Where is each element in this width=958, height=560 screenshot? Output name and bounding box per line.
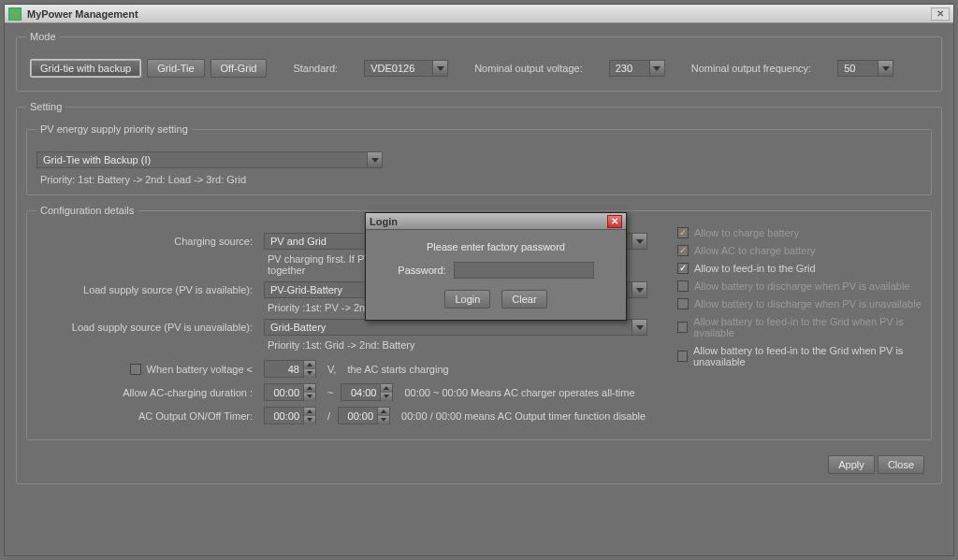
mode-gridtie-backup-button[interactable]: Grid-tie with backup	[30, 59, 141, 78]
titlebar: MyPower Management ✕	[5, 5, 953, 23]
standard-select[interactable]: VDE0126	[364, 60, 448, 77]
pv-priority-text: Priority: 1st: Battery -> 2nd: Load -> 3…	[40, 174, 922, 185]
ac-duration-label: Allow AC-charging duration :	[36, 387, 256, 398]
ac-duration-from-spinner[interactable]: 00:00	[264, 383, 316, 401]
app-icon	[8, 7, 22, 21]
voltage-label: Nominal output voltage:	[474, 63, 583, 74]
spinner-up-icon[interactable]	[378, 408, 389, 416]
ac-output-from-spinner[interactable]: 00:00	[264, 407, 316, 424]
allow-feed-in-checkbox[interactable]: Allow to feed-in to the Grid	[677, 263, 931, 274]
load-nopv-select[interactable]: Grid-Battery	[264, 319, 647, 336]
spinner-down-icon[interactable]	[304, 369, 315, 378]
chevron-down-icon	[367, 152, 382, 167]
allow-batt-discharge-pv-checkbox[interactable]: Allow battery to discharge when PV is av…	[677, 280, 931, 292]
spinner-down-icon[interactable]	[378, 416, 389, 424]
login-dialog-title: Login	[370, 216, 398, 227]
frequency-label: Nominal output frequency:	[691, 63, 811, 74]
login-button[interactable]: Login	[444, 290, 490, 309]
mode-group: Mode Grid-tie with backup Grid-Tie Off-G…	[16, 31, 942, 92]
pv-priority-group: PV energy supply priority setting Grid-T…	[26, 123, 932, 195]
battery-voltage-label: When battery voltage <	[147, 364, 253, 375]
password-input[interactable]	[454, 262, 594, 279]
ac-output-label: AC Output ON/Off Timer:	[36, 410, 256, 422]
window-title: MyPower Management	[27, 8, 138, 20]
frequency-select[interactable]: 50	[837, 60, 893, 77]
setting-legend: Setting	[26, 101, 65, 112]
mode-legend: Mode	[26, 31, 60, 42]
allow-batt-feed-nopv-checkbox[interactable]: Allow battery to feed-in to the Grid whe…	[677, 345, 931, 367]
load-nopv-hint: Priority :1st: Grid -> 2nd: Battery	[268, 339, 659, 351]
login-message: Please enter factory password	[377, 241, 615, 252]
ac-duration-hint: 00:00 ~ 00:00 Means AC charger operates …	[404, 387, 634, 398]
chevron-down-icon	[631, 320, 646, 335]
allow-batt-feed-pv-checkbox[interactable]: Allow battery to feed-in to the Grid whe…	[677, 316, 931, 338]
spinner-down-icon[interactable]	[381, 393, 392, 401]
clear-button[interactable]: Clear	[501, 290, 546, 309]
ac-output-to-spinner[interactable]: 00:00	[338, 407, 390, 424]
pv-priority-legend: PV energy supply priority setting	[36, 123, 192, 135]
battery-voltage-spinner[interactable]: 48	[264, 360, 316, 378]
footer-buttons: Apply Close	[26, 450, 932, 474]
spinner-up-icon[interactable]	[304, 408, 315, 416]
config-details-legend: Configuration details	[36, 205, 138, 216]
password-label: Password:	[398, 265, 445, 276]
allow-charge-battery-checkbox[interactable]: Allow to charge battery	[677, 227, 931, 238]
spinner-up-icon[interactable]	[381, 384, 392, 393]
voltage-select[interactable]: 230	[609, 60, 665, 77]
apply-button[interactable]: Apply	[828, 455, 875, 474]
battery-voltage-checkbox[interactable]	[130, 364, 141, 375]
spinner-down-icon[interactable]	[304, 416, 315, 424]
login-dialog-close-button[interactable]: ✕	[607, 215, 622, 228]
allow-ac-charge-battery-checkbox[interactable]: Allow AC to charge battery	[677, 245, 931, 256]
window-close-button[interactable]: ✕	[931, 7, 950, 21]
mode-gridtie-button[interactable]: Grid-Tie	[147, 59, 204, 78]
ac-output-hint: 00:00 / 00:00 means AC Output timer func…	[401, 410, 646, 422]
spinner-down-icon[interactable]	[304, 393, 315, 401]
login-dialog: Login ✕ Please enter factory password Pa…	[365, 212, 627, 321]
close-button[interactable]: Close	[878, 455, 924, 474]
load-pv-label: Load supply source (PV is available):	[36, 284, 256, 295]
allow-batt-discharge-nopv-checkbox[interactable]: Allow battery to discharge when PV is un…	[677, 298, 931, 309]
ac-duration-to-spinner[interactable]: 04:00	[341, 383, 393, 401]
chevron-down-icon	[649, 61, 664, 76]
load-nopv-label: Load supply source (PV is unavailable):	[36, 322, 256, 333]
charging-source-label: Charging source:	[36, 236, 256, 247]
chevron-down-icon	[631, 282, 646, 297]
chevron-down-icon	[878, 61, 893, 76]
login-dialog-titlebar: Login ✕	[366, 213, 626, 230]
pv-profile-select[interactable]: Grid-Tie with Backup (I)	[36, 151, 383, 168]
spinner-up-icon[interactable]	[304, 384, 315, 393]
spinner-up-icon[interactable]	[304, 361, 315, 369]
chevron-down-icon	[432, 61, 447, 76]
chevron-down-icon	[631, 234, 646, 249]
standard-label: Standard:	[293, 63, 338, 74]
mode-offgrid-button[interactable]: Off-Grid	[210, 59, 268, 78]
